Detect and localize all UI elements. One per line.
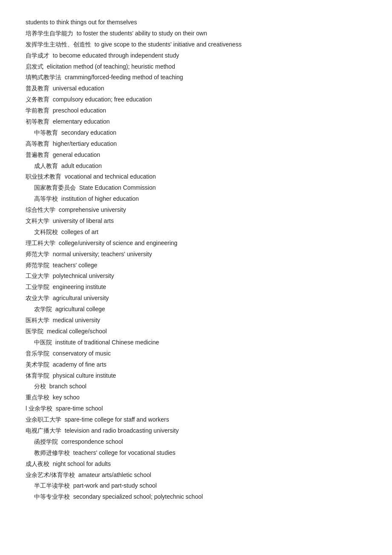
list-item: 医科大学 medical university <box>26 315 366 326</box>
list-item: 音乐学院 conservatory of music <box>26 348 366 359</box>
list-item: 职业技术教育 vocational and technical educatio… <box>26 171 366 182</box>
list-item: 义务教育 compulsory education; free educatio… <box>26 94 366 105</box>
list-item: 文科大学 university of liberal arts <box>26 216 366 227</box>
list-item: 业余职工大学 spare-time college for staff and … <box>26 414 366 425</box>
list-item: 自学成才 to become educated through independ… <box>26 50 366 61</box>
list-item: 成人夜校 night school for adults <box>26 459 366 470</box>
list-item: 普及教育 universal education <box>26 83 366 94</box>
list-item: 初等教育 elementary education <box>26 116 366 127</box>
list-item: 中等教育 secondary education <box>26 127 366 139</box>
list-item: 中医院 institute of traditional Chinese med… <box>26 337 366 348</box>
list-item: 国家教育委员会 State Education Commission <box>26 182 366 194</box>
list-item: 重点学校 key schoo <box>26 392 366 403</box>
list-item: 高等学校 institution of higher education <box>26 194 366 205</box>
list-item: 培养学生自学能力 to foster the students' ability… <box>26 28 366 39</box>
list-item: 填鸭式教学法 cramming/forced-feeding method of… <box>26 72 366 83</box>
list-item: 工业学院 engineering institute <box>26 282 366 293</box>
list-item: 师范学院 teachers' college <box>26 260 366 271</box>
list-item: 业余艺术/体育学校 amateur arts/athletic school <box>26 470 366 481</box>
list-item: 普遍教育 general education <box>26 150 366 161</box>
list-item: 美术学院 academy of fine arts <box>26 359 366 370</box>
list-item: 电视广播大学 television and radio broadcasting… <box>26 425 366 436</box>
list-item: 半工半读学校 part-work and part-study school <box>26 480 366 491</box>
list-item: 学前教育 preschool education <box>26 105 366 116</box>
list-item: 发挥学生主动性、创造性 to give scope to the student… <box>26 39 366 50</box>
list-item: 理工科大学 college/university of science and … <box>26 238 366 249</box>
list-item: 启发式 elicitation method (of teaching); he… <box>26 61 366 72</box>
list-item: students to think things out for themsel… <box>26 17 366 28</box>
list-item: 高等教育 higher/tertiary education <box>26 139 366 150</box>
list-item: 农业大学 agricultural university <box>26 293 366 304</box>
list-item: 综合性大学 comprehensive university <box>26 205 366 216</box>
list-item: 函授学院 correspondence school <box>26 436 366 448</box>
list-item: 教师进修学校 teachers' college for vocational … <box>26 448 366 459</box>
list-item: 工业大学 polytechnical university <box>26 271 366 282</box>
list-item: 中等专业学校 secondary specialized school; pol… <box>26 491 366 503</box>
main-content: students to think things out for themsel… <box>26 17 366 503</box>
list-item: 体育学院 physical culture institute <box>26 370 366 382</box>
list-item: l 业余学校 spare-time school <box>26 403 366 414</box>
list-item: 医学院 medical college/school <box>26 326 366 337</box>
list-item: 农学院 agricultural college <box>26 304 366 315</box>
list-item: 文科院校 colleges of art <box>26 227 366 238</box>
list-item: 分校 branch school <box>26 381 366 392</box>
list-item: 师范大学 normal university; teachers' univer… <box>26 249 366 260</box>
list-item: 成人教育 adult education <box>26 161 366 172</box>
